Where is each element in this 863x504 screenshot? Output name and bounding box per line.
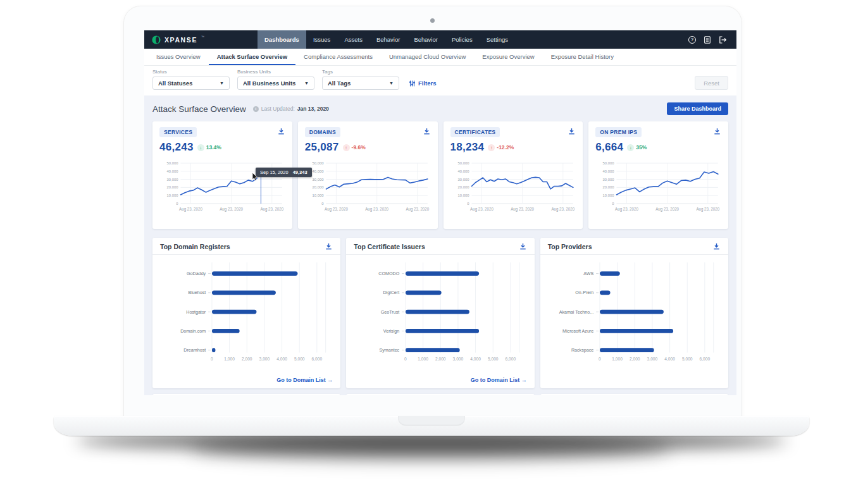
on-prem-ips-trend-chart: 50,00040,00030,00020,00010,0000Aug 23, 2…: [595, 158, 721, 216]
svg-text:Domain.com: Domain.com: [180, 329, 206, 334]
svg-text:50,000: 50,000: [166, 161, 178, 165]
download-icon[interactable]: [423, 127, 431, 135]
svg-text:0: 0: [176, 202, 178, 206]
status-filter-label: Status: [152, 69, 230, 75]
services-trend-chart: 50,00040,00030,00020,00010,0000Aug 23, 2…: [159, 158, 285, 216]
tags-filter-group: Tags All Tags ▼: [322, 69, 399, 90]
svg-text:4,000: 4,000: [664, 357, 675, 361]
last-updated-label: Last Updated:: [261, 106, 295, 112]
download-icon[interactable]: [519, 242, 527, 250]
nav-item-dashboards[interactable]: Dashboards: [258, 30, 306, 49]
svg-text:5,000: 5,000: [682, 357, 693, 361]
svg-text:4,000: 4,000: [276, 357, 287, 361]
brand-logo[interactable]: XPANSE ™: [144, 30, 212, 49]
svg-text:Rackspace: Rackspace: [571, 348, 593, 353]
share-dashboard-button[interactable]: Share Dashboard: [667, 102, 728, 115]
status-filter-group: Status All Statuses ▼: [152, 69, 230, 90]
webcam-dot: [430, 18, 435, 23]
svg-text:Aug 23, 2020: Aug 23, 2020: [697, 207, 720, 211]
tags-filter-label: Tags: [322, 69, 399, 75]
tab-issues-overview[interactable]: Issues Overview: [148, 49, 209, 65]
tab-compliance-assessments[interactable]: Compliance Assessments: [295, 49, 381, 65]
svg-text:Aug 23, 2020: Aug 23, 2020: [260, 207, 283, 211]
svg-text:1,000: 1,000: [612, 357, 623, 361]
arrow-up-icon: ↑: [488, 144, 495, 151]
reset-filters-button[interactable]: Reset: [695, 76, 728, 90]
more-filters-label: Filters: [418, 80, 437, 87]
nav-item-behavior-1[interactable]: Behavior: [369, 30, 407, 49]
go-to-domain-list-link[interactable]: Go to Domain List →: [276, 377, 333, 383]
nav-item-behavior-2[interactable]: Behavior: [407, 30, 445, 49]
page-header: Attack Surface Overview i Last Updated: …: [152, 102, 728, 116]
svg-text:30,000: 30,000: [312, 178, 324, 181]
nav-item-issues[interactable]: Issues: [306, 30, 337, 49]
brand-trademark: ™: [201, 35, 204, 39]
tab-attack-surface-overview[interactable]: Attack Surface Overview: [209, 49, 295, 65]
download-icon[interactable]: [277, 127, 285, 135]
svg-text:Aug 23, 2020: Aug 23, 2020: [325, 207, 348, 211]
svg-text:2,000: 2,000: [435, 357, 446, 361]
release-notes-icon[interactable]: [704, 36, 711, 44]
svg-text:30,000: 30,000: [603, 178, 615, 181]
kpi-value: 18,234: [450, 141, 485, 154]
top-providers-chart: 01,0002,0003,0004,0005,0006,000AWSOn-Pre…: [540, 255, 728, 383]
more-filters-button[interactable]: Filters: [409, 77, 437, 90]
svg-text:Aug 23, 2020: Aug 23, 2020: [406, 207, 429, 211]
nav-menu: Dashboards Issues Assets Behavior Behavi…: [258, 30, 515, 49]
svg-text:Aug 23, 2020: Aug 23, 2020: [551, 207, 574, 211]
nav-item-assets[interactable]: Assets: [337, 30, 369, 49]
partial-card: [540, 394, 728, 395]
info-icon: i: [253, 106, 259, 112]
nav-item-policies[interactable]: Policies: [445, 30, 480, 49]
kpi-value: 25,087: [305, 141, 339, 154]
svg-text:20,000: 20,000: [603, 185, 615, 189]
svg-text:10,000: 10,000: [457, 194, 469, 197]
kpi-card-row: SERVICES 46,243 ↓ 13.4%: [152, 121, 728, 229]
kpi-delta-text: -12.2%: [497, 144, 514, 151]
logout-icon[interactable]: [719, 36, 727, 44]
svg-text:0: 0: [211, 357, 213, 361]
go-to-domain-list-link[interactable]: Go to Domain List →: [471, 377, 527, 383]
domains-trend-chart: 50,00040,00030,00020,00010,0000Aug 23, 2…: [305, 158, 431, 216]
top-certificate-issuers-chart: 01,0002,0003,0004,0005,0006,000COMODODig…: [346, 255, 534, 373]
status-filter-select[interactable]: All Statuses ▼: [152, 77, 230, 90]
tab-exposure-overview[interactable]: Exposure Overview: [474, 49, 542, 65]
nav-item-settings[interactable]: Settings: [480, 30, 515, 49]
svg-text:20,000: 20,000: [166, 185, 178, 189]
download-icon[interactable]: [325, 242, 333, 250]
business-units-filter-select[interactable]: All Business Units ▼: [237, 77, 314, 90]
tags-filter-value: All Tags: [328, 80, 351, 87]
tab-unmanaged-cloud-overview[interactable]: Unmanaged Cloud Overview: [381, 49, 474, 65]
last-updated-value: Jan 13, 2020: [297, 106, 329, 112]
svg-text:10,000: 10,000: [312, 194, 324, 197]
svg-text:0: 0: [404, 357, 407, 361]
svg-text:30,000: 30,000: [166, 178, 178, 181]
svg-text:Aug 23, 2020: Aug 23, 2020: [655, 207, 679, 211]
arrow-down-icon: ↓: [627, 144, 634, 151]
svg-text:0: 0: [467, 202, 469, 206]
kpi-delta: ↓ 35%: [627, 144, 647, 151]
help-icon[interactable]: ?: [688, 36, 696, 44]
kpi-card-domains: DOMAINS 25,087 ↑ -9.6%: [298, 121, 438, 229]
tags-filter-select[interactable]: All Tags ▼: [322, 77, 399, 90]
kpi-delta: ↑ -12.2%: [488, 144, 514, 151]
business-units-filter-value: All Business Units: [243, 80, 295, 87]
page-title: Attack Surface Overview: [152, 104, 246, 114]
nav-right-icons: ?: [688, 30, 736, 49]
download-icon[interactable]: [712, 242, 721, 250]
kpi-delta-text: 35%: [636, 144, 647, 151]
kpi-label-badge: DOMAINS: [305, 127, 340, 137]
download-icon[interactable]: [568, 127, 576, 135]
svg-text:AWS: AWS: [583, 271, 593, 276]
svg-text:0: 0: [321, 202, 324, 206]
kpi-label-badge: CERTIFICATES: [450, 127, 500, 137]
laptop-shadow-inner: [190, 436, 671, 459]
download-icon[interactable]: [713, 127, 721, 135]
tab-exposure-detail-history[interactable]: Exposure Detail History: [543, 49, 622, 65]
svg-text:5,000: 5,000: [488, 357, 499, 361]
arrow-down-icon: ↓: [197, 144, 204, 151]
svg-text:Aug 23, 2020: Aug 23, 2020: [365, 207, 388, 211]
svg-text:3,000: 3,000: [647, 357, 657, 361]
partial-card: [346, 394, 534, 395]
filter-bar: Status All Statuses ▼ Business Units All…: [144, 66, 736, 95]
